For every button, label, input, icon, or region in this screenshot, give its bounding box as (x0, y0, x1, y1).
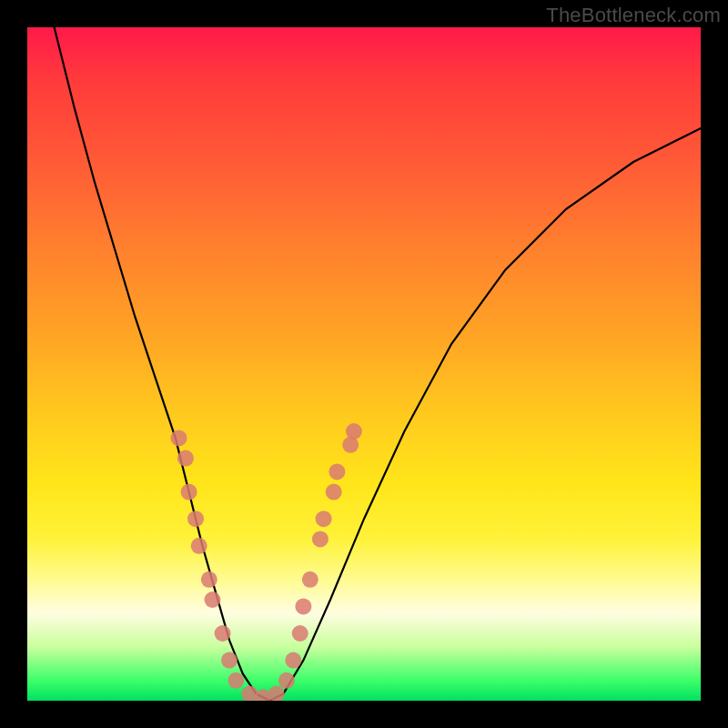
data-marker (187, 511, 204, 527)
data-marker (191, 538, 207, 554)
data-marker (171, 430, 187, 446)
data-marker (181, 484, 197, 500)
data-marker (326, 484, 342, 500)
data-marker (292, 625, 308, 642)
plot-area (27, 27, 701, 701)
data-marker (221, 652, 238, 669)
curve-path (55, 27, 701, 701)
data-marker (228, 672, 244, 689)
data-marker (201, 571, 217, 588)
data-marker (278, 672, 295, 689)
chart-frame: TheBottleneck.com (0, 0, 728, 728)
data-marker (312, 531, 329, 547)
data-marker (177, 450, 194, 467)
watermark-text: TheBottleneck.com (546, 4, 721, 27)
chart-svg (27, 27, 701, 701)
data-marker (268, 686, 285, 701)
data-marker (295, 598, 311, 614)
data-marker (215, 625, 231, 642)
data-marker (302, 571, 318, 588)
data-marker (346, 423, 362, 440)
marker-group (171, 423, 362, 701)
data-marker (285, 652, 301, 669)
data-marker (205, 592, 221, 608)
data-marker (316, 511, 332, 527)
data-marker (329, 463, 345, 480)
